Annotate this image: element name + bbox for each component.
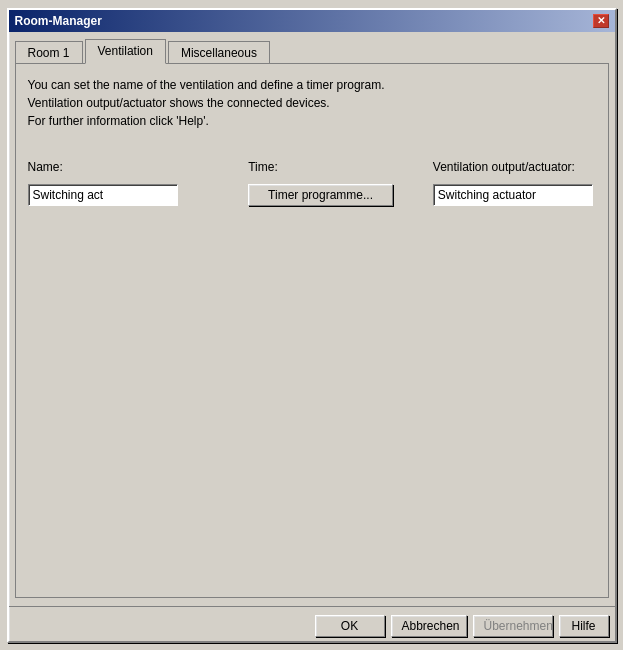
close-button[interactable]: ✕ <box>593 14 609 28</box>
name-field-group: Name: <box>28 160 209 206</box>
name-input[interactable] <box>28 184 178 206</box>
time-label: Time: <box>248 160 393 174</box>
tab-ventilation[interactable]: Ventilation <box>85 39 166 64</box>
tab-miscellaneous[interactable]: Miscellaneous <box>168 41 270 64</box>
fields-row: Name: Time: Timer programme... Ventilati… <box>28 160 596 206</box>
ventilation-label: Ventilation output/actuator: <box>433 160 596 174</box>
title-bar: Room-Manager ✕ <box>9 10 615 32</box>
help-button[interactable]: Hilfe <box>559 615 609 637</box>
tab-room1[interactable]: Room 1 <box>15 41 83 64</box>
tab-content-ventilation: You can set the name of the ventilation … <box>15 63 609 598</box>
name-label: Name: <box>28 160 209 174</box>
apply-button[interactable]: Übernehmen <box>473 615 553 637</box>
info-text: You can set the name of the ventilation … <box>28 76 596 130</box>
cancel-button[interactable]: Abbrechen <box>391 615 467 637</box>
tab-bar: Room 1 Ventilation Miscellaneous <box>15 38 609 63</box>
window-content: Room 1 Ventilation Miscellaneous You can… <box>9 32 615 604</box>
title-bar-controls: ✕ <box>593 14 609 28</box>
ventilation-field-group: Ventilation output/actuator: <box>433 160 596 206</box>
bottom-bar: OK Abbrechen Übernehmen Hilfe <box>9 606 615 641</box>
ok-button[interactable]: OK <box>315 615 385 637</box>
time-field-group: Time: Timer programme... <box>248 160 393 206</box>
timer-programme-button[interactable]: Timer programme... <box>248 184 393 206</box>
room-manager-window: Room-Manager ✕ Room 1 Ventilation Miscel… <box>7 8 617 643</box>
window-title: Room-Manager <box>15 14 102 28</box>
ventilation-input[interactable] <box>433 184 593 206</box>
